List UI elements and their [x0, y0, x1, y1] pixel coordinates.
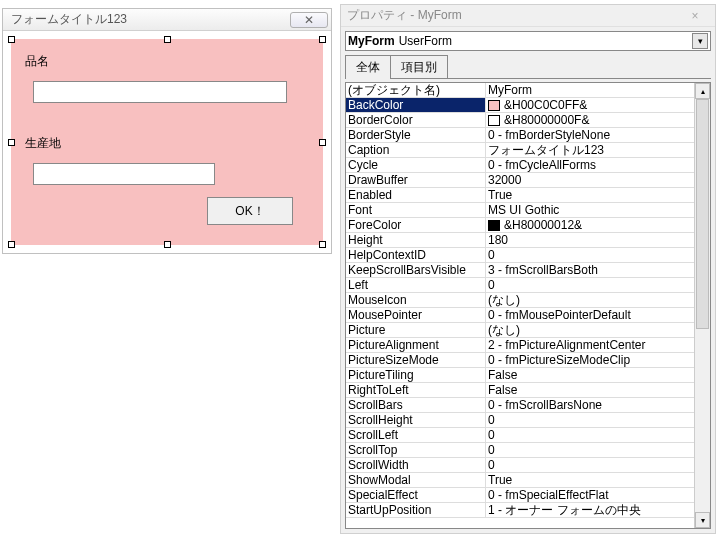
form-surface[interactable]: 品名 生産地 OK！	[11, 39, 323, 245]
property-name: Left	[346, 278, 486, 292]
textbox-origin[interactable]	[33, 163, 215, 185]
color-swatch-icon	[488, 220, 500, 231]
property-value[interactable]: 0	[486, 248, 710, 262]
property-row[interactable]: Picture(なし)	[346, 323, 710, 338]
property-name: BackColor	[346, 98, 486, 112]
property-row[interactable]: KeepScrollBarsVisible3 - fmScrollBarsBot…	[346, 263, 710, 278]
property-row[interactable]: FontMS UI Gothic	[346, 203, 710, 218]
property-name: StartUpPosition	[346, 503, 486, 517]
property-row[interactable]: ScrollTop0	[346, 443, 710, 458]
property-value[interactable]: 2 - fmPictureAlignmentCenter	[486, 338, 710, 352]
property-row[interactable]: EnabledTrue	[346, 188, 710, 203]
property-value[interactable]: 0	[486, 458, 710, 472]
scroll-up-button[interactable]: ▴	[695, 83, 710, 99]
properties-close-button[interactable]: ×	[675, 9, 715, 23]
property-value[interactable]: 0 - fmPictureSizeModeClip	[486, 353, 710, 367]
property-name: KeepScrollBarsVisible	[346, 263, 486, 277]
property-row[interactable]: ScrollWidth0	[346, 458, 710, 473]
scroll-thumb[interactable]	[696, 99, 709, 329]
property-value[interactable]: &H80000012&	[486, 218, 710, 232]
property-row[interactable]: ShowModalTrue	[346, 473, 710, 488]
form-titlebar[interactable]: フォームタイトル123 ✕	[3, 9, 331, 31]
property-name: PictureAlignment	[346, 338, 486, 352]
property-value[interactable]: 0	[486, 428, 710, 442]
color-swatch-icon	[488, 100, 500, 111]
property-value[interactable]: True	[486, 473, 710, 487]
ok-button-label: OK！	[235, 203, 264, 220]
property-row[interactable]: ForeColor&H80000012&	[346, 218, 710, 233]
userform-designer-window[interactable]: フォームタイトル123 ✕ 品名 生産地 OK！	[2, 8, 332, 254]
tab-underline	[345, 78, 711, 79]
property-value[interactable]: MyForm	[486, 83, 710, 97]
textbox-product-name[interactable]	[33, 81, 287, 103]
form-close-button[interactable]: ✕	[290, 12, 328, 28]
property-name: Height	[346, 233, 486, 247]
property-value[interactable]: 1 - オーナー フォームの中央	[486, 502, 710, 519]
property-value[interactable]: 0 - fmBorderStyleNone	[486, 128, 710, 142]
close-icon: ✕	[304, 13, 314, 27]
property-name: Cycle	[346, 158, 486, 172]
resize-handle[interactable]	[319, 36, 326, 43]
property-value[interactable]: 0 - fmScrollBarsNone	[486, 398, 710, 412]
property-row[interactable]: PictureAlignment2 - fmPictureAlignmentCe…	[346, 338, 710, 353]
property-name: MouseIcon	[346, 293, 486, 307]
resize-handle[interactable]	[164, 36, 171, 43]
property-row[interactable]: MouseIcon(なし)	[346, 293, 710, 308]
tab-categorized[interactable]: 項目別	[390, 55, 448, 79]
property-row[interactable]: PictureTilingFalse	[346, 368, 710, 383]
property-row[interactable]: Captionフォームタイトル123	[346, 143, 710, 158]
property-row[interactable]: ScrollBars0 - fmScrollBarsNone	[346, 398, 710, 413]
property-value[interactable]: 32000	[486, 173, 710, 187]
property-value[interactable]: (なし)	[486, 322, 710, 339]
property-row[interactable]: ScrollHeight0	[346, 413, 710, 428]
property-value[interactable]: (なし)	[486, 292, 710, 309]
resize-handle[interactable]	[319, 139, 326, 146]
property-row[interactable]: BackColor&H00C0C0FF&▾	[346, 98, 710, 113]
resize-handle[interactable]	[164, 241, 171, 248]
ok-button[interactable]: OK！	[207, 197, 293, 225]
label-origin[interactable]: 生産地	[25, 135, 61, 152]
dropdown-icon: ▾	[692, 33, 708, 49]
property-value[interactable]: フォームタイトル123	[486, 142, 710, 159]
resize-handle[interactable]	[8, 241, 15, 248]
property-name: HelpContextID	[346, 248, 486, 262]
properties-grid[interactable]: (オブジェクト名)MyFormBackColor&H00C0C0FF&▾Bord…	[345, 82, 711, 529]
property-row[interactable]: BorderColor&H80000000F&	[346, 113, 710, 128]
property-row[interactable]: StartUpPosition1 - オーナー フォームの中央	[346, 503, 710, 518]
property-row[interactable]: HelpContextID0	[346, 248, 710, 263]
object-selector-combo[interactable]: MyForm UserForm ▾	[345, 31, 711, 51]
property-value[interactable]: 0	[486, 278, 710, 292]
property-value[interactable]: 0	[486, 443, 710, 457]
property-value[interactable]: MS UI Gothic	[486, 203, 710, 217]
property-row[interactable]: (オブジェクト名)MyForm	[346, 83, 710, 98]
property-value[interactable]: 0 - fmCycleAllForms	[486, 158, 710, 172]
properties-scrollbar[interactable]: ▴ ▾	[694, 83, 710, 528]
tab-alphabetic[interactable]: 全体	[345, 55, 391, 79]
resize-handle[interactable]	[319, 241, 326, 248]
resize-handle[interactable]	[8, 139, 15, 146]
resize-handle[interactable]	[8, 36, 15, 43]
property-value[interactable]: True	[486, 188, 710, 202]
property-value[interactable]: &H80000000F&	[486, 113, 710, 127]
label-product-name[interactable]: 品名	[25, 53, 49, 70]
property-value[interactable]: 3 - fmScrollBarsBoth	[486, 263, 710, 277]
scroll-track[interactable]	[695, 99, 710, 512]
property-value[interactable]: &H00C0C0FF&▾	[486, 98, 710, 112]
property-value[interactable]: 180	[486, 233, 710, 247]
property-row[interactable]: Cycle0 - fmCycleAllForms	[346, 158, 710, 173]
property-row[interactable]: RightToLeftFalse	[346, 383, 710, 398]
property-name: Enabled	[346, 188, 486, 202]
property-row[interactable]: PictureSizeMode0 - fmPictureSizeModeClip	[346, 353, 710, 368]
properties-tabs: 全体 項目別	[341, 53, 715, 79]
property-value[interactable]: 0	[486, 413, 710, 427]
form-designer-area[interactable]: 品名 生産地 OK！	[3, 31, 331, 253]
property-value[interactable]: 0 - fmSpecialEffectFlat	[486, 488, 710, 502]
property-row[interactable]: ScrollLeft0	[346, 428, 710, 443]
properties-titlebar[interactable]: プロパティ - MyForm ×	[341, 5, 715, 27]
scroll-down-button[interactable]: ▾	[695, 512, 710, 528]
property-value[interactable]: False	[486, 368, 710, 382]
property-row[interactable]: Height180	[346, 233, 710, 248]
property-row[interactable]: DrawBuffer32000	[346, 173, 710, 188]
property-value[interactable]: 0 - fmMousePointerDefault	[486, 308, 710, 322]
property-value[interactable]: False	[486, 383, 710, 397]
